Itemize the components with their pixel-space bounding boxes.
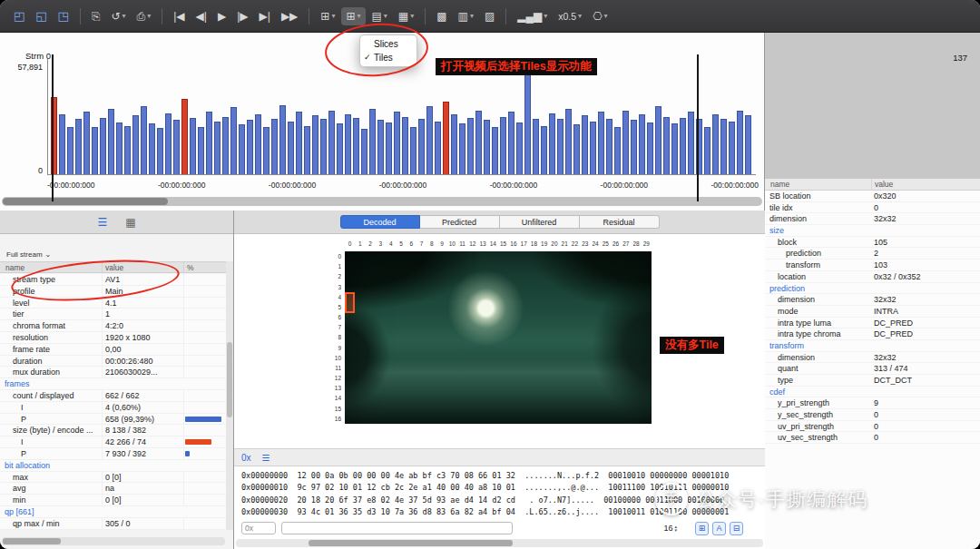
frame-bar[interactable] (402, 117, 408, 175)
frame-bar[interactable] (255, 114, 261, 174)
step-forward-button[interactable]: |▶ (232, 7, 252, 25)
frame-bar[interactable] (59, 114, 65, 174)
block-table-row[interactable]: cdef (765, 387, 980, 398)
list-view-icon[interactable]: ☰ (97, 216, 107, 229)
left-vertical-scrollbar[interactable] (226, 261, 233, 530)
frame-bar[interactable] (75, 119, 82, 174)
hex-list-icon[interactable]: ☰ (262, 453, 270, 463)
frame-bar[interactable] (124, 126, 131, 174)
selected-superblock-marker[interactable] (345, 292, 355, 313)
stream-table-row[interactable]: min0 [0] (0, 495, 226, 506)
jump-start-button[interactable]: |◀ (169, 7, 189, 25)
page-size-control[interactable]: 16 ▴ ▾ (663, 524, 677, 533)
frame-bar[interactable] (116, 123, 122, 174)
filter-view-button[interactable]: ▥▾ (454, 7, 478, 25)
frame-bar[interactable] (247, 120, 253, 174)
block-table-row[interactable]: prediction2 (765, 248, 980, 260)
stream-table-row[interactable]: count / displayed662 / 662 (0, 390, 226, 402)
stream-table-row[interactable]: frames (0, 378, 226, 390)
block-table-row[interactable]: transform103 (765, 260, 980, 271)
hex-mode-icon[interactable]: ⊞ (695, 522, 709, 535)
frame-bar[interactable] (426, 106, 433, 174)
frame-bar[interactable] (671, 123, 678, 174)
menu-item-tiles[interactable]: ✓Tiles (360, 51, 416, 64)
stream-table-row[interactable]: chroma format4:2:0 (0, 320, 226, 332)
hex-offset-icon[interactable]: 0x (241, 453, 251, 463)
stream-table-row[interactable]: size (byte) / encode ...8 138 / 382 (0, 425, 226, 436)
block-table-row[interactable]: dimension32x32 (765, 213, 980, 225)
left-horizontal-scrollbar[interactable] (2, 537, 225, 545)
frame-bar[interactable] (100, 118, 106, 174)
tab-residual[interactable]: Residual (580, 215, 660, 229)
block-table-row[interactable]: tile idx0 (765, 202, 980, 214)
settings-button[interactable]: ⎔▾ (588, 7, 612, 25)
export-button[interactable]: ⎙▾ (132, 7, 156, 25)
frame-bar[interactable] (582, 115, 588, 174)
tab-decoded[interactable]: Decoded (340, 215, 420, 229)
frame-bar[interactable] (157, 128, 163, 174)
panel-bottom-button[interactable]: ◱ (31, 7, 51, 25)
frame-bar[interactable] (704, 127, 710, 174)
table-view-icon[interactable]: ▦ (125, 216, 135, 229)
motion-view-button[interactable]: ▨ (480, 7, 499, 25)
frame-bar[interactable] (655, 106, 662, 174)
stream-table-row[interactable]: mux duration2106030029... (0, 367, 226, 378)
frame-bar[interactable] (312, 115, 318, 174)
frame-bar[interactable] (198, 127, 204, 174)
jump-end-button[interactable]: ▶| (255, 7, 275, 25)
block-table-row[interactable]: intra type lumaDC_PRED (765, 318, 980, 329)
frame-bar[interactable] (369, 109, 376, 174)
frame-bar[interactable] (737, 111, 743, 174)
scope-selector[interactable]: Full stream ⌄ (6, 250, 51, 259)
frame-bar[interactable] (745, 115, 751, 174)
frame-bar[interactable] (533, 119, 539, 174)
frame-bar[interactable] (288, 122, 294, 174)
frame-bar[interactable] (614, 127, 621, 174)
frame-bar[interactable] (214, 122, 220, 174)
fast-forward-button[interactable]: ▶▶ (277, 7, 302, 25)
frame-bar[interactable] (230, 107, 237, 174)
frame-bar[interactable] (647, 123, 653, 174)
frame-bar[interactable] (394, 112, 400, 174)
decoded-frame-image[interactable] (345, 251, 652, 424)
frame-bar[interactable] (206, 112, 212, 174)
frame-bar[interactable] (67, 127, 74, 174)
mb-info-view-button[interactable]: ▤▾ (368, 7, 392, 25)
frame-bar[interactable] (345, 114, 351, 174)
frame-bar[interactable] (631, 120, 637, 174)
bin-mode-icon[interactable]: ⊟ (730, 522, 743, 535)
frame-bar[interactable] (500, 117, 506, 175)
stream-table-row[interactable]: bit allocation (0, 460, 226, 472)
partition-view-button[interactable]: ▩ (432, 7, 451, 25)
reload-button[interactable]: ↺▾ (107, 7, 131, 25)
frame-bar[interactable] (443, 102, 449, 174)
panel-left-button[interactable]: ◰ (9, 7, 29, 25)
frame-bar[interactable] (361, 129, 368, 174)
scrollbar-thumb[interactable] (3, 538, 61, 544)
menu-item-slices[interactable]: Slices (360, 37, 416, 51)
play-button[interactable]: ▶ (213, 7, 230, 25)
stream-table-row[interactable]: I42 266 / 74 (0, 436, 226, 448)
stream-table-row[interactable]: I4 (0,60%) (0, 402, 226, 414)
stream-table-row[interactable]: tier1 (0, 309, 226, 320)
heatmap-view-button[interactable]: ▦▾ (394, 7, 418, 25)
frame-bar[interactable] (639, 114, 645, 174)
frame-bar[interactable] (557, 119, 564, 174)
center-horizontal-scrollbar[interactable] (236, 539, 763, 547)
frame-bar[interactable] (353, 118, 359, 174)
frame-bar[interactable] (492, 127, 498, 174)
block-table-row[interactable]: dimension32x32 (765, 294, 980, 306)
stream-table-row[interactable]: resolution1920 x 1080 (0, 332, 226, 344)
frame-bar[interactable] (549, 113, 555, 174)
frame-bar[interactable] (108, 109, 114, 174)
frame-bar[interactable] (565, 109, 572, 174)
stream-table-row[interactable]: duration00:00:26:480 (0, 356, 226, 368)
frame-bar[interactable] (573, 124, 580, 174)
chart-view-button[interactable]: ▂▄▆▾ (513, 7, 552, 25)
frame-bar[interactable] (524, 69, 531, 174)
scrollbar-thumb[interactable] (227, 342, 232, 417)
block-table-row[interactable]: quant313 / 474 (765, 363, 980, 375)
stream-table-row[interactable]: max0 [0] (0, 472, 226, 484)
frame-bar[interactable] (304, 126, 310, 174)
chart-cursor[interactable] (697, 54, 699, 201)
